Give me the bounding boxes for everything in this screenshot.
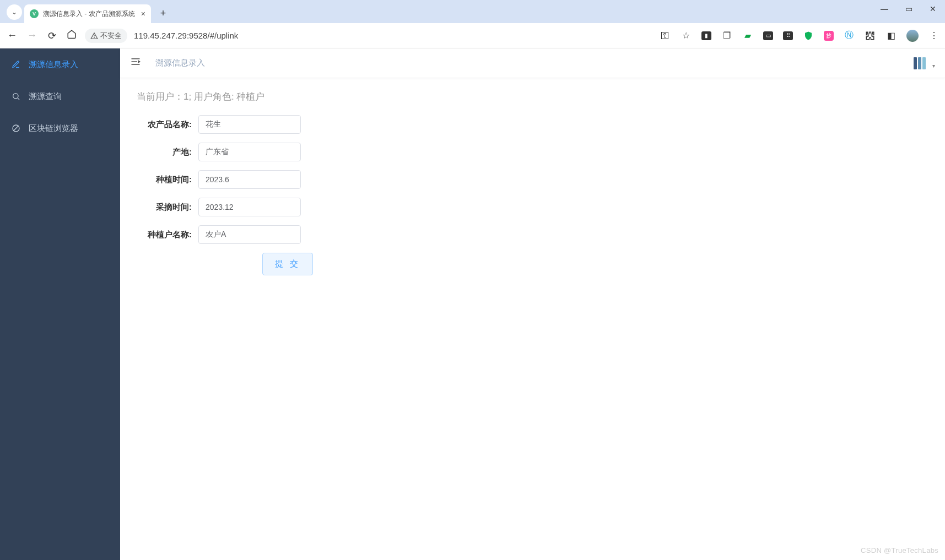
label-pick-time: 采摘时间: <box>137 202 198 213</box>
warning-icon <box>90 32 98 40</box>
extensions-puzzle-icon[interactable] <box>865 30 876 41</box>
browser-chrome: ⌄ V 溯源信息录入 - 农产品溯源系统 × + — ▭ ✕ ← → ⟳ 不安全… <box>0 0 945 48</box>
chevron-down-icon: ⌄ <box>12 8 17 16</box>
sidebar-item-label: 溯源信息录入 <box>29 59 78 70</box>
browser-tab-active[interactable]: V 溯源信息录入 - 农产品溯源系统 × <box>24 4 151 23</box>
tab-title: 溯源信息录入 - 农产品溯源系统 <box>43 9 137 19</box>
label-origin: 产地: <box>137 147 198 157</box>
kebab-menu-icon[interactable]: ⋮ <box>928 30 939 41</box>
extension-copy-icon[interactable]: ❐ <box>721 30 732 41</box>
search-icon <box>11 91 21 101</box>
sidebar-item-label: 区块链浏览器 <box>29 123 78 134</box>
input-farmer-name[interactable] <box>198 225 301 244</box>
sidebar-item-uplink[interactable]: 溯源信息录入 <box>0 48 120 80</box>
forward-button[interactable]: → <box>25 30 39 41</box>
extension-flag-icon[interactable]: ▰ <box>742 30 753 41</box>
current-user-info: 当前用户：1; 用户角色: 种植户 <box>137 90 928 103</box>
bookmark-star-icon[interactable]: ☆ <box>681 30 692 41</box>
sidebar-item-label: 溯源查询 <box>29 91 62 102</box>
app-root: 溯源信息录入 溯源查询 区块链浏览器 溯源信息录入 ▾ <box>0 48 945 560</box>
topbar-right: ▾ <box>914 57 935 69</box>
tab-bar: ⌄ V 溯源信息录入 - 农产品溯源系统 × + — ▭ ✕ <box>0 0 945 23</box>
input-pick-time[interactable] <box>198 198 301 216</box>
maximize-button[interactable]: ▭ <box>901 4 916 13</box>
edit-icon <box>11 59 21 69</box>
ban-icon <box>11 123 21 133</box>
close-tab-icon[interactable]: × <box>141 9 145 18</box>
form-row-pick-time: 采摘时间: <box>137 198 928 216</box>
svg-rect-8 <box>132 64 140 66</box>
extension-n-icon[interactable]: Ⓝ <box>844 30 855 41</box>
reload-button[interactable]: ⟳ <box>45 30 58 42</box>
label-product-name: 农产品名称: <box>137 119 198 130</box>
extension-card-icon[interactable]: ▭ <box>763 31 773 40</box>
form-actions: 提 交 <box>137 253 928 275</box>
extension-1-icon[interactable]: ▮ <box>701 31 711 40</box>
svg-point-2 <box>13 94 18 99</box>
extension-pink-icon[interactable]: 抄 <box>824 31 834 41</box>
main-area: 溯源信息录入 ▾ 当前用户：1; 用户角色: 种植户 农产品名称: 产地: 种植… <box>120 48 945 560</box>
caret-down-icon[interactable]: ▾ <box>932 63 935 69</box>
svg-rect-7 <box>132 61 138 62</box>
profile-avatar-icon[interactable] <box>906 30 919 42</box>
user-avatar-icon[interactable] <box>914 57 926 69</box>
form-row-origin: 产地: <box>137 143 928 161</box>
home-button[interactable] <box>65 29 78 42</box>
minimize-button[interactable]: — <box>877 4 892 13</box>
svg-line-5 <box>13 126 18 131</box>
svg-point-1 <box>94 37 95 37</box>
svg-rect-6 <box>132 58 140 59</box>
input-product-name[interactable] <box>198 115 301 134</box>
tab-search-dropdown[interactable]: ⌄ <box>7 4 22 20</box>
address-bar: ← → ⟳ 不安全 119.45.247.29:9528/#/uplink ⚿ … <box>0 23 945 48</box>
form-row-product-name: 农产品名称: <box>137 115 928 134</box>
adblock-shield-icon[interactable] <box>803 30 814 41</box>
extension-dots-icon[interactable]: ⠿ <box>783 31 793 40</box>
new-tab-button[interactable]: + <box>155 6 171 21</box>
input-origin[interactable] <box>198 143 301 161</box>
input-plant-time[interactable] <box>198 170 301 189</box>
side-panel-icon[interactable]: ◧ <box>885 30 897 41</box>
label-farmer-name: 种植户名称: <box>137 230 198 240</box>
security-chip[interactable]: 不安全 <box>85 29 127 43</box>
favicon-icon: V <box>30 9 39 18</box>
url-text[interactable]: 119.45.247.29:9528/#/uplink <box>134 31 653 40</box>
breadcrumb: 溯源信息录入 <box>155 58 205 68</box>
form-row-farmer-name: 种植户名称: <box>137 225 928 244</box>
security-label: 不安全 <box>100 31 122 41</box>
sidebar-item-blockchain-explorer[interactable]: 区块链浏览器 <box>0 112 120 144</box>
topbar: 溯源信息录入 ▾ <box>120 48 945 78</box>
key-icon[interactable]: ⚿ <box>660 30 671 41</box>
back-button[interactable]: ← <box>6 30 19 41</box>
svg-marker-9 <box>138 60 141 63</box>
form-row-plant-time: 种植时间: <box>137 170 928 189</box>
browser-toolbar-right: ⚿ ☆ ▮ ❐ ▰ ▭ ⠿ 抄 Ⓝ ◧ ⋮ <box>660 30 939 42</box>
sidebar-item-query[interactable]: 溯源查询 <box>0 80 120 112</box>
hamburger-toggle-icon[interactable] <box>130 57 141 69</box>
window-controls: — ▭ ✕ <box>877 4 941 13</box>
label-plant-time: 种植时间: <box>137 175 198 185</box>
sidebar: 溯源信息录入 溯源查询 区块链浏览器 <box>0 48 120 560</box>
svg-line-3 <box>18 98 19 100</box>
content: 当前用户：1; 用户角色: 种植户 农产品名称: 产地: 种植时间: 采摘时间:… <box>120 78 945 287</box>
submit-button[interactable]: 提 交 <box>262 253 313 275</box>
close-window-button[interactable]: ✕ <box>925 4 941 13</box>
